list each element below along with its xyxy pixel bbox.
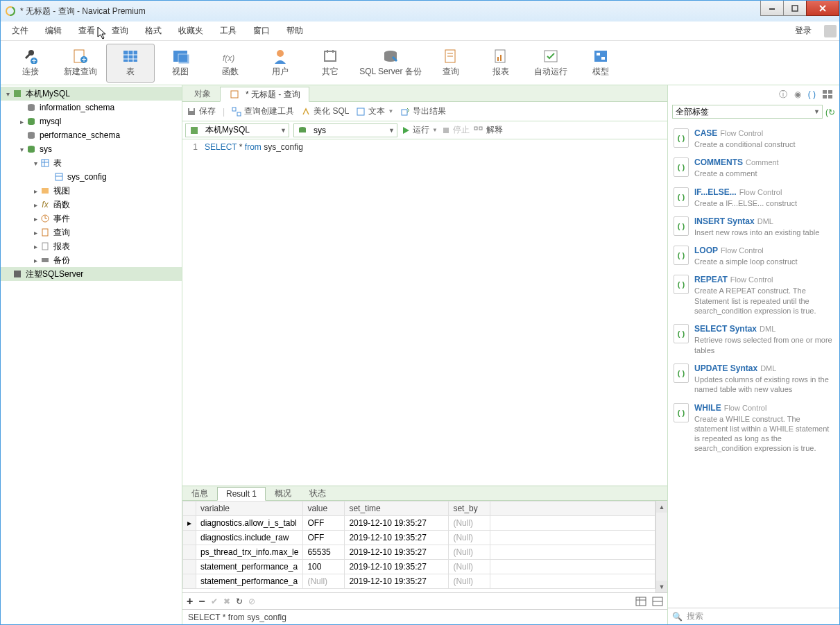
column-header[interactable]: set_time bbox=[345, 502, 449, 516]
expand-icon[interactable]: ▸ bbox=[31, 243, 40, 250]
cell[interactable]: OFF bbox=[303, 516, 345, 531]
snippet-item[interactable]: ( )INSERT SyntaxDMLInsert new rows into … bbox=[672, 212, 835, 241]
minimize-button[interactable] bbox=[760, 1, 784, 16]
tab-query[interactable]: * 无标题 - 查询 bbox=[220, 87, 309, 102]
expand-icon[interactable]: ▸ bbox=[31, 201, 40, 209]
scroll-up-icon[interactable]: ▲ bbox=[656, 501, 667, 513]
column-header[interactable]: value bbox=[303, 502, 345, 516]
table-row[interactable]: ▸diagnostics.allow_i_s_tablOFF2019-12-10… bbox=[183, 516, 655, 531]
cell[interactable]: 2019-12-10 19:35:27 bbox=[345, 531, 449, 545]
toolbar-query-button[interactable]: 查询 bbox=[427, 44, 475, 83]
tree-db[interactable]: ▸mysql bbox=[1, 114, 182, 128]
menu-file[interactable]: 文件 bbox=[3, 22, 37, 40]
tree-db[interactable]: ▾sys bbox=[1, 142, 182, 156]
cell[interactable]: 65535 bbox=[303, 545, 345, 560]
cell[interactable]: OFF bbox=[303, 531, 345, 545]
cell[interactable]: diagnostics.allow_i_s_tabl bbox=[196, 516, 303, 531]
server-combo[interactable]: 本机MySQL▼ bbox=[185, 123, 289, 137]
toolbar-fx-button[interactable]: f(x)函数 bbox=[206, 44, 255, 83]
snippet-search[interactable]: 🔍 搜索 bbox=[668, 608, 839, 624]
menu-edit[interactable]: 编辑 bbox=[37, 22, 70, 40]
snippet-item[interactable]: ( )CASEFlow ControlCreate a conditional … bbox=[672, 124, 835, 153]
sql-code[interactable]: SELECT * from sys_config bbox=[202, 139, 303, 486]
tree-queries[interactable]: ▸查询 bbox=[1, 225, 182, 239]
snippet-filter-combo[interactable]: 全部标签▼ bbox=[672, 105, 823, 119]
eye-icon[interactable]: ◉ bbox=[794, 89, 801, 99]
snippet-item[interactable]: ( )REPEATFlow ControlCreate A REPEAT con… bbox=[672, 271, 835, 320]
table-row[interactable]: diagnostics.include_rawOFF2019-12-10 19:… bbox=[183, 531, 655, 545]
cell[interactable]: (Null) bbox=[449, 531, 490, 545]
collapse-icon[interactable]: ▾ bbox=[17, 146, 26, 153]
cell[interactable]: diagnostics.include_raw bbox=[196, 531, 303, 545]
explain-button[interactable]: 解释 bbox=[474, 124, 503, 136]
cell[interactable]: ps_thread_trx_info.max_le bbox=[196, 545, 303, 560]
cell[interactable]: 2019-12-10 19:35:27 bbox=[345, 545, 449, 560]
toolbar-auto-button[interactable]: 自动运行 bbox=[526, 44, 575, 83]
snippet-item[interactable]: ( )UPDATE SyntaxDMLUpdates columns of ex… bbox=[672, 359, 835, 399]
tree-views[interactable]: ▸视图 bbox=[1, 184, 182, 198]
delete-row-button[interactable]: − bbox=[198, 595, 205, 608]
grid-view-icon[interactable] bbox=[635, 597, 646, 606]
toolbar-report-button[interactable]: 报表 bbox=[477, 44, 525, 83]
cell[interactable]: (Null) bbox=[449, 545, 490, 560]
query-builder-button[interactable]: 查询创建工具 bbox=[232, 105, 294, 117]
toolbar-other-button[interactable]: 其它 bbox=[306, 44, 354, 83]
tree-connection[interactable]: ▾ 本机MySQL bbox=[1, 87, 182, 101]
menu-help[interactable]: 帮助 bbox=[278, 22, 311, 40]
text-button[interactable]: 文本▼ bbox=[356, 105, 393, 117]
snippet-item[interactable]: ( )COMMENTSCommentCreate a comment bbox=[672, 153, 835, 182]
toolbar-user-button[interactable]: 用户 bbox=[256, 44, 305, 83]
grid-icon[interactable] bbox=[823, 90, 832, 99]
tree-functions[interactable]: ▸fx函数 bbox=[1, 198, 182, 212]
tree-table-item[interactable]: sys_config bbox=[1, 170, 182, 184]
sql-editor[interactable]: 1 SELECT * from sys_config bbox=[182, 139, 667, 486]
tree-backups[interactable]: ▸备份 bbox=[1, 253, 182, 267]
save-button[interactable]: 保存 bbox=[187, 105, 216, 117]
toolbar-plug-button[interactable]: +连接 bbox=[6, 44, 55, 83]
tree-connection[interactable]: 注塑SQLServer bbox=[1, 267, 182, 281]
cell[interactable]: 100 bbox=[303, 560, 345, 574]
menu-format[interactable]: 格式 bbox=[137, 22, 170, 40]
expand-icon[interactable]: ▸ bbox=[17, 118, 26, 126]
collapse-icon[interactable]: ▾ bbox=[31, 160, 40, 167]
result-tab-profile[interactable]: 概况 bbox=[266, 486, 300, 500]
cell[interactable]: (Null) bbox=[449, 560, 490, 574]
scroll-down-icon[interactable]: ▼ bbox=[656, 581, 667, 592]
column-header[interactable]: set_by bbox=[449, 502, 490, 516]
expand-icon[interactable]: ▸ bbox=[31, 229, 40, 237]
toolbar-model-button[interactable]: 模型 bbox=[576, 44, 625, 83]
expand-icon[interactable]: ▸ bbox=[31, 257, 40, 264]
snippet-item[interactable]: ( )SELECT SyntaxDMLRetrieve rows selecte… bbox=[672, 320, 835, 359]
tree-events[interactable]: ▸事件 bbox=[1, 212, 182, 225]
tree-reports[interactable]: ▸报表 bbox=[1, 239, 182, 253]
cell[interactable]: 2019-12-10 19:35:27 bbox=[345, 574, 449, 589]
cell[interactable]: statement_performance_a bbox=[196, 560, 303, 574]
expand-icon[interactable]: ▸ bbox=[31, 215, 40, 223]
snippet-item[interactable]: ( )WHILEFlow ControlCreate a WHILE const… bbox=[672, 399, 835, 458]
toolbar-backup-button[interactable]: SQL Server 备份 bbox=[356, 44, 425, 83]
toolbar-newq-button[interactable]: +新建查询 bbox=[56, 44, 105, 83]
menu-view[interactable]: 查看 bbox=[70, 22, 103, 40]
collapse-icon[interactable]: ▾ bbox=[3, 90, 12, 98]
close-button[interactable] bbox=[806, 1, 839, 16]
cell[interactable]: statement_performance_a bbox=[196, 574, 303, 589]
toolbar-table-button[interactable]: 表 bbox=[106, 44, 155, 83]
result-tab-status[interactable]: 状态 bbox=[300, 486, 335, 500]
tree-db[interactable]: information_schema bbox=[1, 101, 182, 114]
run-button[interactable]: 运行▼ bbox=[402, 124, 438, 136]
menu-login[interactable]: 登录 bbox=[787, 22, 820, 40]
expand-icon[interactable]: ▸ bbox=[31, 187, 40, 195]
cell[interactable]: 2019-12-10 19:35:27 bbox=[345, 560, 449, 574]
menu-favorite[interactable]: 收藏夹 bbox=[170, 22, 212, 40]
code-icon[interactable]: ( ) bbox=[808, 89, 816, 99]
tree-tables[interactable]: ▾表 bbox=[1, 156, 182, 170]
snippet-item[interactable]: ( )LOOPFlow ControlCreate a simple loop … bbox=[672, 241, 835, 271]
cell[interactable]: (Null) bbox=[449, 516, 490, 531]
avatar-icon[interactable] bbox=[824, 25, 837, 37]
toolbar-view-button[interactable]: 视图 bbox=[156, 44, 205, 83]
menu-window[interactable]: 窗口 bbox=[245, 22, 278, 40]
scrollbar[interactable]: ▲ ▼ bbox=[655, 501, 667, 592]
snippet-item[interactable]: ( )IF...ELSE...Flow ControlCreate a IF..… bbox=[672, 183, 835, 212]
result-grid[interactable]: variablevalueset_timeset_by▸diagnostics.… bbox=[182, 501, 667, 592]
column-header[interactable]: variable bbox=[196, 502, 303, 516]
